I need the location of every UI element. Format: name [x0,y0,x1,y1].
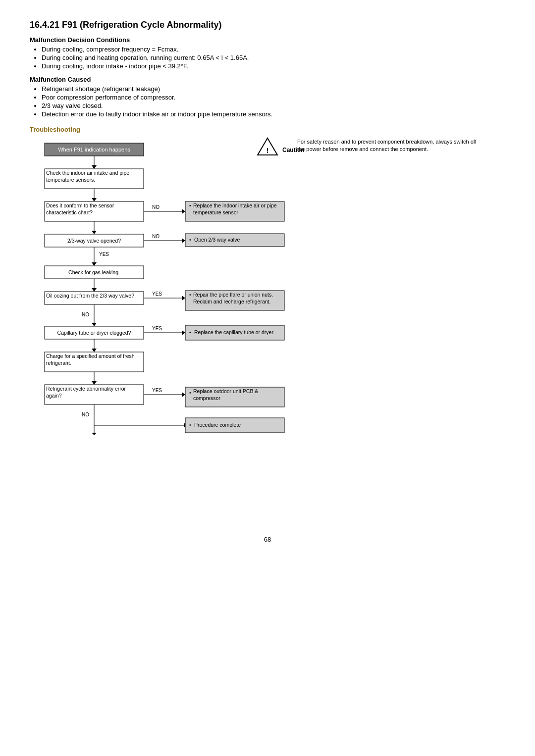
svg-marker-13 [92,262,97,266]
malfunction-decision-item-3: During cooling, indoor intake - indoor p… [42,62,505,70]
svg-marker-3 [92,165,97,169]
result2-bullet: • [189,237,191,243]
result1-bullet: • [189,203,191,208]
svg-marker-25 [92,381,97,385]
malfunction-caused-item-4: Detection error due to faulty indoor int… [42,110,505,118]
step5-yes-label: YES [152,291,162,297]
svg-marker-17 [182,296,185,301]
flowchart-container: ! Caution For safety reason and to preve… [30,138,505,516]
caution-icon: ! [258,138,277,155]
svg-marker-15 [92,288,97,292]
svg-marker-27 [182,392,185,397]
svg-text:!: ! [267,147,269,154]
malfunction-caused-item-3: 2/3 way valve closed. [42,102,505,109]
step3-yes-label: YES [99,252,109,257]
malfunction-caused-item-1: Refrigerant shortage (refrigerant leakag… [42,85,505,93]
troubleshooting-title: Troubleshooting [30,126,505,133]
svg-marker-7 [182,209,185,214]
svg-marker-11 [182,238,185,243]
start-box-text: When F91 indication happens [58,147,130,152]
svg-marker-5 [92,198,97,202]
malfunction-decision-item-2: During cooling and heating operation, ru… [42,54,505,61]
malfunction-caused-title: Malfunction Caused [30,76,505,83]
step5-no-label: NO [82,312,89,317]
result6-bullet: • [189,422,191,428]
svg-marker-23 [92,349,97,352]
step6-yes-label: YES [152,326,162,331]
page-number: 68 [30,536,505,543]
malfunction-caused-list: Refrigerant shortage (refrigerant leakag… [42,85,505,118]
step4-text: Check for gas leaking. [68,269,120,275]
result5-bullet: • [189,390,191,396]
result2-text: Open 2/3 way valve [194,237,240,243]
flowchart-svg: ! Caution For safety reason and to preve… [30,138,505,514]
result6-text: Procedure complete [194,422,241,428]
step8-yes-label: YES [152,388,162,393]
svg-marker-9 [92,231,97,234]
svg-marker-21 [182,330,185,335]
malfunction-caused-item-2: Poor compression performance of compress… [42,94,505,101]
malfunction-decision-title: Malfunction Decision Conditions [30,36,505,44]
step3-no-label: NO [152,234,160,239]
svg-marker-19 [92,323,97,326]
malfunction-decision-item-1: During cooling, compressor frequency = F… [42,46,505,53]
page-title: 16.4.21 F91 (Refrigeration Cycle Abnorma… [30,20,505,30]
result4-bullet: • [189,330,191,335]
step3-text: 2/3-way valve opened? [67,238,121,244]
result4-text: Replace the capillary tube or dryer. [194,329,274,335]
step2-no-label: NO [152,204,160,210]
svg-marker-29 [92,433,97,435]
result3-bullet: • [189,292,191,298]
step8-no-label: NO [82,412,89,417]
step6-text: Capillary tube or dryer clogged? [57,330,131,336]
malfunction-decision-list: During cooling, compressor frequency = F… [42,46,505,70]
